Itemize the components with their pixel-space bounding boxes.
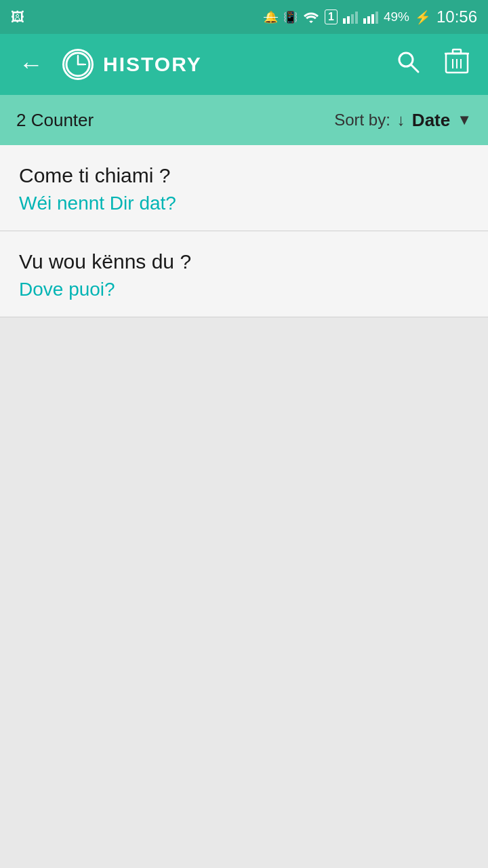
counter-label: 2 Counter (16, 110, 94, 131)
svg-rect-15 (453, 50, 461, 54)
sort-dropdown-icon[interactable]: ▼ (457, 111, 472, 129)
item-primary-text: Vu wou kënns du ? (19, 250, 469, 273)
svg-rect-2 (351, 14, 354, 24)
wifi-icon (303, 8, 319, 26)
toolbar: ← HISTORY (0, 34, 488, 95)
toolbar-title: HISTORY (103, 53, 202, 76)
svg-rect-7 (375, 12, 378, 24)
sim-icon: 1 (325, 9, 338, 24)
signal2-icon (363, 8, 378, 26)
svg-rect-1 (347, 16, 350, 24)
search-button[interactable] (390, 44, 426, 85)
sort-direction-icon: ↓ (397, 111, 405, 130)
list-item[interactable]: Vu wou kënns du ? Dove puoi? (0, 231, 488, 317)
svg-point-8 (66, 53, 89, 76)
status-right: 🔔 📳 1 49% ⚡ (264, 7, 477, 26)
status-bar: 🖼 🔔 📳 1 (0, 0, 488, 34)
item-primary-text: Come ti chiami ? (19, 164, 469, 187)
sort-by-label: Sort by: (334, 111, 390, 130)
delete-button[interactable] (439, 43, 474, 86)
vibrate-icon: 📳 (283, 10, 298, 24)
item-secondary-text: Wéi nennt Dir dat? (19, 193, 469, 214)
svg-rect-4 (363, 18, 366, 24)
status-left: 🖼 (11, 9, 24, 25)
clock-icon (62, 49, 94, 80)
list-item[interactable]: Come ti chiami ? Wéi nennt Dir dat? (0, 145, 488, 231)
image-icon: 🖼 (11, 9, 24, 25)
svg-line-12 (411, 64, 418, 72)
time-display: 10:56 (436, 7, 477, 26)
history-list: Come ti chiami ? Wéi nennt Dir dat? Vu w… (0, 145, 488, 317)
toolbar-title-area: HISTORY (62, 49, 377, 80)
back-button[interactable]: ← (14, 45, 49, 84)
signal1-icon (343, 8, 358, 26)
battery-icon: ⚡ (415, 9, 431, 25)
svg-rect-3 (355, 12, 358, 24)
svg-rect-0 (343, 18, 346, 24)
svg-rect-5 (367, 16, 370, 24)
item-secondary-text: Dove puoi? (19, 279, 469, 300)
mute-icon: 🔔 (264, 10, 278, 24)
sort-area[interactable]: Sort by: ↓ Date ▼ (334, 110, 472, 131)
filter-bar: 2 Counter Sort by: ↓ Date ▼ (0, 95, 488, 145)
battery-text: 49% (384, 9, 409, 24)
sort-value-label: Date (412, 110, 450, 131)
svg-rect-6 (371, 14, 374, 24)
